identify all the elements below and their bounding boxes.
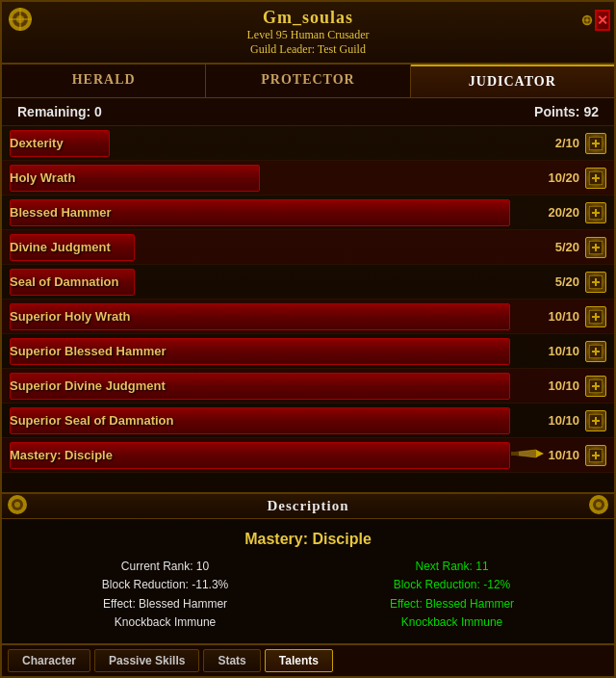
description-title: Description <box>267 498 348 514</box>
skill-rank: 10/10 <box>548 344 579 358</box>
tab-herald[interactable]: Herald <box>2 65 206 97</box>
skill-rank: 10/10 <box>548 448 579 462</box>
description-bar: Description <box>2 492 614 519</box>
skill-plus-icon[interactable] <box>585 237 606 258</box>
svg-rect-27 <box>595 313 597 321</box>
skill-row[interactable]: Mastery: Disciple 10/10 <box>2 438 614 473</box>
desc-next-effect: Effect: Blessed Hammer <box>390 595 514 613</box>
svg-marker-38 <box>536 450 544 457</box>
bottom-tab-talents[interactable]: Talents <box>265 649 333 672</box>
points-stat: Points: 92 <box>534 104 599 119</box>
skill-row[interactable]: Holy Wrath10/20 <box>2 161 614 196</box>
skill-rank: 5/20 <box>555 274 579 289</box>
skill-row[interactable]: Blessed Hammer20/20 <box>2 196 614 230</box>
character-level: Level 95 Human Crusader <box>40 28 576 42</box>
tab-judicator[interactable]: Judicator <box>411 65 614 97</box>
svg-point-45 <box>14 502 20 508</box>
remaining-stat: Remaining: 0 <box>17 104 102 119</box>
svg-rect-39 <box>511 452 519 456</box>
desc-next: Next Rank: 11 Block Reduction: -12% Effe… <box>390 558 514 632</box>
skill-rank: 10/10 <box>548 378 579 393</box>
skill-plus-icon[interactable] <box>585 168 606 189</box>
skill-row[interactable]: Seal of Damnation5/20 <box>2 265 614 300</box>
svg-rect-18 <box>595 209 597 217</box>
skill-plus-icon[interactable] <box>585 272 606 293</box>
svg-rect-15 <box>595 174 597 182</box>
skill-rank: 20/20 <box>548 205 579 220</box>
desc-columns: Current Rank: 10 Block Reduction: -11.3%… <box>21 558 595 632</box>
svg-rect-33 <box>595 382 597 390</box>
desc-current-effect: Effect: Blessed Hammer <box>102 595 228 613</box>
svg-rect-12 <box>595 140 597 147</box>
skill-rank: 5/20 <box>555 240 579 254</box>
skill-name: Holy Wrath <box>10 170 75 185</box>
skill-plus-icon[interactable] <box>585 445 606 466</box>
svg-rect-21 <box>595 244 597 251</box>
tab-protector[interactable]: Protector <box>206 65 410 97</box>
bottom-tab-character[interactable]: Character <box>8 649 90 672</box>
skill-name: Divine Judgment <box>10 240 111 254</box>
desc-current-rank: Current Rank: 10 <box>102 558 228 576</box>
desc-current: Current Rank: 10 Block Reduction: -11.3%… <box>102 558 228 632</box>
bottom-tab-stats[interactable]: Stats <box>203 649 260 672</box>
skill-rank: 10/10 <box>548 413 579 428</box>
skill-plus-icon[interactable] <box>585 306 606 327</box>
skill-name: Blessed Hammer <box>10 205 112 220</box>
skill-plus-icon[interactable] <box>585 202 606 223</box>
skill-row[interactable]: Superior Seal of Damnation10/10 <box>2 404 614 438</box>
description-content: Mastery: Disciple Current Rank: 10 Block… <box>2 519 614 643</box>
bottom-tab-bar: CharacterPassive SkillsStatsTalents <box>2 643 614 676</box>
skill-name: Mastery: Disciple <box>10 448 113 462</box>
skill-name: Seal of Damnation <box>10 274 118 289</box>
top-right-controls: ✕ <box>581 6 610 35</box>
skill-row[interactable]: Superior Divine Judgment10/10 <box>2 369 614 404</box>
skill-name: Superior Holy Wrath <box>10 309 130 324</box>
title-bar: ✕ Gm_soulas Level 95 Human Crusader Guil… <box>2 2 614 64</box>
svg-rect-24 <box>595 278 597 286</box>
desc-next-immune: Knockback Immune <box>390 613 514 632</box>
tab-bar: Herald Protector Judicator <box>2 64 614 98</box>
desc-current-immune: Knockback Immune <box>102 613 228 632</box>
skill-row[interactable]: Dexterity2/10 <box>2 126 614 161</box>
character-name: Gm_soulas <box>40 8 576 28</box>
bottom-tab-passive-skills[interactable]: Passive Skills <box>94 649 199 672</box>
skill-row[interactable]: Superior Holy Wrath10/10 <box>2 300 614 334</box>
skill-rank: 10/10 <box>548 309 579 324</box>
desc-current-block: Block Reduction: -11.3% <box>102 576 228 594</box>
skill-plus-icon[interactable] <box>585 133 606 154</box>
top-left-ornament <box>6 6 35 35</box>
skill-rank: 10/20 <box>548 170 579 185</box>
skill-plus-icon[interactable] <box>585 410 606 431</box>
skill-name: Superior Blessed Hammer <box>10 344 167 358</box>
svg-rect-36 <box>595 417 597 425</box>
desc-next-block: Block Reduction: -12% <box>390 576 514 594</box>
svg-rect-30 <box>595 348 597 355</box>
skill-rank: 2/10 <box>555 136 579 150</box>
skill-plus-icon[interactable] <box>585 341 606 362</box>
skill-name: Superior Seal of Damnation <box>10 413 173 428</box>
svg-rect-42 <box>595 452 597 459</box>
desc-ornament-left <box>6 493 29 520</box>
svg-point-48 <box>596 502 602 508</box>
desc-ornament-right <box>587 493 610 520</box>
skill-row[interactable]: Superior Blessed Hammer10/10 <box>2 334 614 369</box>
desc-next-rank: Next Rank: 11 <box>390 558 514 576</box>
desc-skill-title: Mastery: Disciple <box>21 531 595 548</box>
guild-info: Guild Leader: Test Guild <box>40 42 576 57</box>
mastery-sword-icon <box>511 446 544 465</box>
stats-bar: Remaining: 0 Points: 92 <box>2 98 614 126</box>
skill-plus-icon[interactable] <box>585 376 606 397</box>
skill-row[interactable]: Divine Judgment5/20 <box>2 230 614 265</box>
skill-name: Superior Divine Judgment <box>10 378 166 393</box>
skill-name: Dexterity <box>10 136 64 150</box>
close-button[interactable]: ✕ <box>595 10 610 31</box>
skills-list: Dexterity2/10 Holy Wrath10/20 Blessed Ha… <box>2 126 614 492</box>
main-window: ✕ Gm_soulas Level 95 Human Crusader Guil… <box>0 0 616 678</box>
